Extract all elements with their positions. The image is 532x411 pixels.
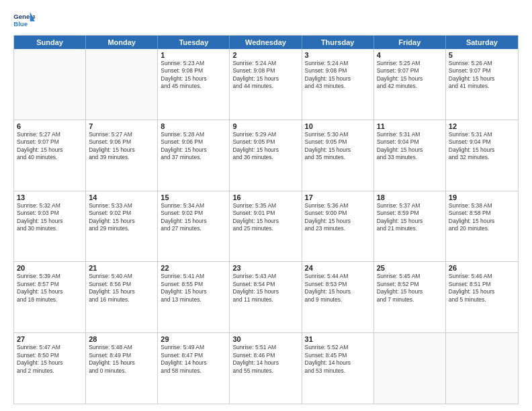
- cell-info: Sunrise: 5:46 AM Sunset: 8:51 PM Dayligh…: [449, 273, 515, 304]
- cell-info: Sunrise: 5:45 AM Sunset: 8:52 PM Dayligh…: [377, 273, 443, 304]
- cell-info: Sunrise: 5:24 AM Sunset: 9:08 PM Dayligh…: [305, 60, 371, 91]
- header-day-wednesday: Wednesday: [230, 36, 302, 49]
- day-number: 7: [89, 122, 154, 130]
- header-day-monday: Monday: [86, 36, 158, 49]
- day-number: 22: [161, 264, 226, 272]
- calendar-cell: 14Sunrise: 5:33 AM Sunset: 9:02 PM Dayli…: [86, 191, 158, 262]
- calendar-row-0: 1Sunrise: 5:23 AM Sunset: 9:08 PM Daylig…: [14, 49, 518, 120]
- calendar-cell: [14, 49, 86, 120]
- cell-info: Sunrise: 5:25 AM Sunset: 9:07 PM Dayligh…: [377, 60, 443, 91]
- calendar-cell: 2Sunrise: 5:24 AM Sunset: 9:08 PM Daylig…: [230, 49, 302, 120]
- calendar-cell: 28Sunrise: 5:48 AM Sunset: 8:49 PM Dayli…: [86, 333, 158, 404]
- cell-info: Sunrise: 5:40 AM Sunset: 8:56 PM Dayligh…: [89, 273, 154, 304]
- day-number: 20: [17, 264, 83, 272]
- cell-info: Sunrise: 5:48 AM Sunset: 8:49 PM Dayligh…: [89, 344, 154, 375]
- cell-info: Sunrise: 5:49 AM Sunset: 8:47 PM Dayligh…: [161, 344, 226, 375]
- calendar-cell: 20Sunrise: 5:39 AM Sunset: 8:57 PM Dayli…: [14, 262, 86, 332]
- calendar-cell: 6Sunrise: 5:27 AM Sunset: 9:07 PM Daylig…: [14, 120, 86, 191]
- calendar-cell: 23Sunrise: 5:43 AM Sunset: 8:54 PM Dayli…: [230, 262, 302, 332]
- day-number: 5: [449, 51, 515, 59]
- day-number: 14: [89, 193, 154, 201]
- cell-info: Sunrise: 5:26 AM Sunset: 9:07 PM Dayligh…: [449, 60, 515, 91]
- day-number: 29: [161, 335, 226, 343]
- calendar-cell: 16Sunrise: 5:35 AM Sunset: 9:01 PM Dayli…: [230, 191, 302, 262]
- day-number: 30: [232, 335, 298, 343]
- header-day-saturday: Saturday: [446, 36, 518, 49]
- calendar-body: 1Sunrise: 5:23 AM Sunset: 9:08 PM Daylig…: [14, 49, 518, 404]
- calendar-cell: 11Sunrise: 5:31 AM Sunset: 9:04 PM Dayli…: [374, 120, 446, 191]
- day-number: 6: [17, 122, 83, 130]
- calendar-row-4: 27Sunrise: 5:47 AM Sunset: 8:50 PM Dayli…: [14, 332, 518, 404]
- cell-info: Sunrise: 5:31 AM Sunset: 9:04 PM Dayligh…: [449, 131, 515, 162]
- header-day-friday: Friday: [374, 36, 446, 49]
- day-number: 19: [449, 193, 515, 201]
- calendar-cell: 12Sunrise: 5:31 AM Sunset: 9:04 PM Dayli…: [446, 120, 518, 191]
- day-number: 1: [161, 51, 226, 59]
- page: General Blue SundayMondayTuesdayWednesda…: [0, 0, 532, 411]
- calendar-cell: 25Sunrise: 5:45 AM Sunset: 8:52 PM Dayli…: [374, 262, 446, 332]
- calendar-cell: 29Sunrise: 5:49 AM Sunset: 8:47 PM Dayli…: [158, 333, 230, 404]
- cell-info: Sunrise: 5:28 AM Sunset: 9:06 PM Dayligh…: [161, 131, 226, 162]
- cell-info: Sunrise: 5:27 AM Sunset: 9:06 PM Dayligh…: [89, 131, 154, 162]
- calendar-cell: 26Sunrise: 5:46 AM Sunset: 8:51 PM Dayli…: [446, 262, 518, 332]
- cell-info: Sunrise: 5:41 AM Sunset: 8:55 PM Dayligh…: [161, 273, 226, 304]
- day-number: 25: [377, 264, 443, 272]
- day-number: 13: [17, 193, 83, 201]
- calendar-cell: 9Sunrise: 5:29 AM Sunset: 9:05 PM Daylig…: [230, 120, 302, 191]
- cell-info: Sunrise: 5:39 AM Sunset: 8:57 PM Dayligh…: [17, 273, 83, 304]
- day-number: 16: [232, 193, 298, 201]
- calendar-row-1: 6Sunrise: 5:27 AM Sunset: 9:07 PM Daylig…: [14, 120, 518, 191]
- cell-info: Sunrise: 5:31 AM Sunset: 9:04 PM Dayligh…: [377, 131, 443, 162]
- day-number: 12: [449, 122, 515, 130]
- calendar-cell: 15Sunrise: 5:34 AM Sunset: 9:02 PM Dayli…: [158, 191, 230, 262]
- cell-info: Sunrise: 5:32 AM Sunset: 9:03 PM Dayligh…: [17, 202, 83, 233]
- header-day-tuesday: Tuesday: [158, 36, 230, 49]
- day-number: 10: [305, 122, 371, 130]
- day-number: 3: [305, 51, 371, 59]
- calendar-cell: 19Sunrise: 5:38 AM Sunset: 8:58 PM Dayli…: [446, 191, 518, 262]
- calendar-cell: 10Sunrise: 5:30 AM Sunset: 9:05 PM Dayli…: [302, 120, 374, 191]
- calendar-cell: 5Sunrise: 5:26 AM Sunset: 9:07 PM Daylig…: [446, 49, 518, 120]
- calendar-cell: 8Sunrise: 5:28 AM Sunset: 9:06 PM Daylig…: [158, 120, 230, 191]
- cell-info: Sunrise: 5:24 AM Sunset: 9:08 PM Dayligh…: [232, 60, 298, 91]
- cell-info: Sunrise: 5:34 AM Sunset: 9:02 PM Dayligh…: [161, 202, 226, 233]
- calendar-cell: 22Sunrise: 5:41 AM Sunset: 8:55 PM Dayli…: [158, 262, 230, 332]
- calendar-header: SundayMondayTuesdayWednesdayThursdayFrid…: [14, 36, 518, 49]
- calendar-cell: 4Sunrise: 5:25 AM Sunset: 9:07 PM Daylig…: [374, 49, 446, 120]
- cell-info: Sunrise: 5:43 AM Sunset: 8:54 PM Dayligh…: [232, 273, 298, 304]
- cell-info: Sunrise: 5:23 AM Sunset: 9:08 PM Dayligh…: [161, 60, 226, 91]
- day-number: 21: [89, 264, 154, 272]
- day-number: 31: [305, 335, 371, 343]
- day-number: 28: [89, 335, 154, 343]
- cell-info: Sunrise: 5:37 AM Sunset: 8:59 PM Dayligh…: [377, 202, 443, 233]
- calendar-cell: 7Sunrise: 5:27 AM Sunset: 9:06 PM Daylig…: [86, 120, 158, 191]
- day-number: 2: [232, 51, 298, 59]
- cell-info: Sunrise: 5:52 AM Sunset: 8:45 PM Dayligh…: [305, 344, 371, 375]
- calendar-cell: 3Sunrise: 5:24 AM Sunset: 9:08 PM Daylig…: [302, 49, 374, 120]
- calendar-cell: [446, 333, 518, 404]
- calendar-cell: 17Sunrise: 5:36 AM Sunset: 9:00 PM Dayli…: [302, 191, 374, 262]
- header: General Blue: [13, 11, 519, 30]
- calendar-cell: 18Sunrise: 5:37 AM Sunset: 8:59 PM Dayli…: [374, 191, 446, 262]
- logo: General Blue: [13, 11, 35, 30]
- calendar: SundayMondayTuesdayWednesdayThursdayFrid…: [13, 35, 519, 404]
- calendar-cell: 1Sunrise: 5:23 AM Sunset: 9:08 PM Daylig…: [158, 49, 230, 120]
- cell-info: Sunrise: 5:47 AM Sunset: 8:50 PM Dayligh…: [17, 344, 83, 375]
- day-number: 24: [305, 264, 371, 272]
- calendar-cell: 13Sunrise: 5:32 AM Sunset: 9:03 PM Dayli…: [14, 191, 86, 262]
- cell-info: Sunrise: 5:27 AM Sunset: 9:07 PM Dayligh…: [17, 131, 83, 162]
- calendar-row-3: 20Sunrise: 5:39 AM Sunset: 8:57 PM Dayli…: [14, 261, 518, 332]
- day-number: 11: [377, 122, 443, 130]
- cell-info: Sunrise: 5:36 AM Sunset: 9:00 PM Dayligh…: [305, 202, 371, 233]
- calendar-cell: 30Sunrise: 5:51 AM Sunset: 8:46 PM Dayli…: [230, 333, 302, 404]
- logo-icon: General Blue: [13, 11, 35, 30]
- cell-info: Sunrise: 5:38 AM Sunset: 8:58 PM Dayligh…: [449, 202, 515, 233]
- day-number: 18: [377, 193, 443, 201]
- day-number: 15: [161, 193, 226, 201]
- svg-text:Blue: Blue: [13, 20, 28, 28]
- calendar-cell: 21Sunrise: 5:40 AM Sunset: 8:56 PM Dayli…: [86, 262, 158, 332]
- calendar-cell: 24Sunrise: 5:44 AM Sunset: 8:53 PM Dayli…: [302, 262, 374, 332]
- calendar-row-2: 13Sunrise: 5:32 AM Sunset: 9:03 PM Dayli…: [14, 191, 518, 262]
- day-number: 26: [449, 264, 515, 272]
- day-number: 23: [232, 264, 298, 272]
